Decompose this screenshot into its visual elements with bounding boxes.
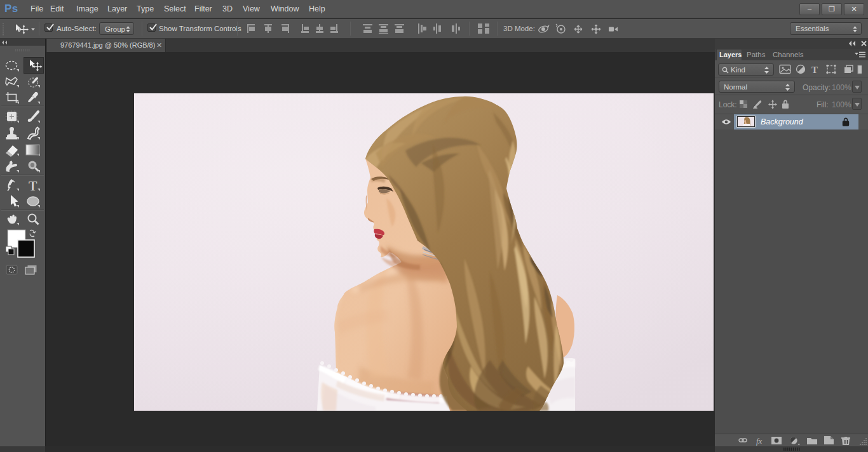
svg-text:T: T <box>811 65 818 75</box>
svg-text:T: T <box>29 178 37 194</box>
svg-text:fx: fx <box>756 436 763 446</box>
